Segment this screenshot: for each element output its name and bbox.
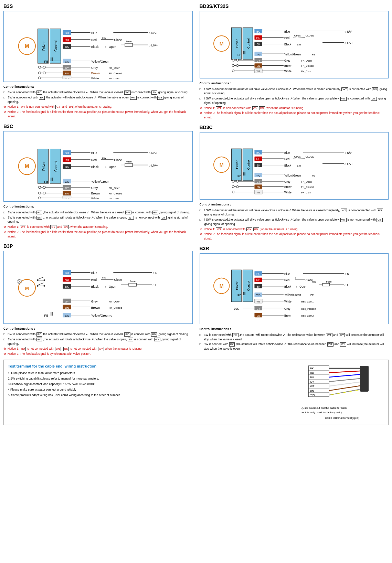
- svg-text:FK_Open: FK_Open: [109, 66, 120, 70]
- svg-text:Res_Com2: Res_Com2: [301, 314, 314, 317]
- svg-text:RD: RD: [65, 278, 69, 282]
- b3p-instruction-1: SW is connected with RD,the actuator wil…: [3, 332, 193, 337]
- svg-rect-360: [360, 366, 369, 392]
- bottom-instruction-1: 1. Fuse:please refer to manual for more …: [8, 370, 295, 376]
- b3s-svg: M Driver Control BU Blue ○ N/V-: [6, 13, 190, 79]
- svg-point-106: [43, 192, 45, 194]
- b3r-svg: M Driver Control BU Blue ○ N RD: [202, 256, 386, 321]
- bottom-instruction-5: 5. Some products adopt wiring box ,user …: [8, 392, 295, 398]
- svg-text:Blue: Blue: [284, 273, 290, 276]
- svg-text:Control: Control: [54, 160, 58, 171]
- svg-point-98: [43, 186, 45, 188]
- svg-text:White: White: [91, 77, 99, 79]
- svg-text:WT: WT: [310, 385, 315, 388]
- bd3c-diagram: M Driver Control BU Blue ○ N/V- RD Red O…: [200, 132, 389, 200]
- cable-note-2: as it is only used for factory test.): [301, 411, 384, 415]
- svg-text:BN: BN: [256, 314, 260, 317]
- bd3s-instructions: Control instructions： If SW is disconnec…: [200, 81, 389, 120]
- svg-text:Blue: Blue: [91, 151, 97, 155]
- svg-text:SW: SW: [312, 280, 316, 284]
- svg-text:BU: BU: [65, 31, 69, 35]
- svg-point-277: [232, 191, 234, 193]
- b3c-instructions-title: Control instructions:: [3, 204, 193, 209]
- cable-note-1: (User could cut out the cable terminal: [301, 406, 384, 411]
- svg-text:RD: RD: [256, 36, 260, 40]
- svg-text:OPEN: OPEN: [294, 155, 301, 158]
- svg-text:Grey: Grey: [284, 180, 290, 183]
- bd3s-instructions-title: Control instructions：: [200, 81, 389, 86]
- svg-text:Fuse: Fuse: [326, 280, 331, 283]
- svg-text:Brown: Brown: [284, 314, 292, 317]
- svg-text:Y/G: Y/G: [256, 174, 261, 177]
- svg-text:SW: SW: [297, 43, 301, 46]
- svg-text:BK: BK: [310, 367, 314, 370]
- b3r-instructions-title: Control instructions：: [200, 327, 389, 332]
- svg-text:WT: WT: [256, 70, 261, 73]
- svg-text:Grey: Grey: [91, 300, 98, 303]
- svg-text:Y/G: Y/G: [65, 60, 69, 63]
- svg-text:○ L/V+: ○ L/V+: [344, 42, 353, 45]
- svg-text:RD: RD: [310, 371, 314, 374]
- svg-text:○: ○: [296, 285, 297, 288]
- svg-text:Yellow/Green: Yellow/Green: [284, 53, 301, 56]
- svg-text:PE: PE: [44, 180, 49, 183]
- b3r-instruction-1: SW is connected with RD ,the actuator wi…: [200, 333, 389, 342]
- bd3s-instruction-2: If SW is connected,the actuator will dri…: [200, 96, 389, 105]
- svg-text:SW: SW: [102, 36, 106, 39]
- svg-text:10K: 10K: [234, 307, 239, 310]
- svg-text:Brown: Brown: [91, 192, 100, 195]
- bd3c-notice-2: Notice 2:The feedback signal is a little…: [200, 232, 389, 241]
- b3c-instruction-2: SW is connected with BK ,the actuator wi…: [3, 215, 193, 224]
- svg-text:Black: Black: [91, 45, 99, 49]
- b3p-notice-2: Notice 2: The feedback signal is synchro…: [3, 352, 193, 356]
- svg-text:Control: Control: [247, 39, 250, 49]
- b3c-notice-1: Notice 1: WT is connected with GY and BN…: [3, 225, 193, 229]
- b3c-svg: M Driver Control BU Blue ○ N/V- RD: [6, 134, 190, 199]
- svg-text:RD: RD: [65, 158, 69, 162]
- svg-rect-19: [125, 43, 133, 46]
- svg-text:Yellow/Green: Yellow/Green: [91, 60, 109, 63]
- svg-text:○ L/V+: ○ L/V+: [149, 44, 158, 47]
- svg-text:○ N: ○ N: [344, 273, 349, 276]
- svg-text:○: ○: [105, 286, 107, 289]
- svg-text:○ L/V+: ○ L/V+: [344, 163, 353, 166]
- svg-text:|||: |||: [50, 57, 53, 61]
- svg-text:WT: WT: [256, 300, 261, 303]
- svg-text:FK_Closed: FK_Closed: [109, 72, 122, 75]
- svg-text:Black: Black: [284, 43, 291, 46]
- bd3s-section: BD3S/KT32S M Driver Control BU Blue ○ N/…: [200, 3, 389, 120]
- bd3s-svg: M Driver Control BU Blue ○ N/V- RD: [202, 13, 386, 75]
- svg-text:Fuse: Fuse: [126, 160, 131, 163]
- svg-text:BK: BK: [65, 45, 69, 49]
- svg-text:GY: GY: [65, 300, 69, 303]
- svg-text:BU: BU: [256, 30, 260, 33]
- svg-text:|||: |||: [50, 312, 53, 316]
- svg-point-46: [39, 72, 41, 74]
- svg-line-128: [38, 283, 44, 285]
- b3p-diagram: M ⚙ RD Red: [3, 251, 193, 323]
- svg-text:PE: PE: [44, 314, 49, 317]
- b3r-title: B3R: [200, 246, 389, 251]
- svg-text:○: ○: [105, 45, 107, 49]
- svg-text:SW: SW: [102, 276, 106, 279]
- bd3c-instructions: Control instructions： If SW is disconnec…: [200, 202, 389, 241]
- svg-text:Open: Open: [109, 285, 116, 289]
- svg-point-105: [39, 192, 41, 194]
- b3s-instructions-title: Control instructions:: [3, 85, 193, 89]
- svg-text:CLOSE: CLOSE: [305, 34, 314, 37]
- svg-text:OPEN: OPEN: [294, 34, 301, 37]
- svg-text:M: M: [219, 162, 223, 168]
- b3p-notice-1: Notice 1: RD is not connected with BN , …: [3, 347, 193, 351]
- svg-text:Driver: Driver: [235, 282, 239, 290]
- bd3c-instructions-title: Control instructions：: [200, 202, 389, 207]
- svg-text:Driver: Driver: [235, 39, 239, 48]
- svg-text:Red: Red: [91, 158, 97, 162]
- svg-text:Res_Position: Res_Position: [301, 307, 316, 310]
- b3p-svg: M ⚙ RD Red: [6, 253, 190, 320]
- svg-point-261: [232, 180, 234, 182]
- svg-line-354: [329, 374, 360, 377]
- svg-point-221: [232, 70, 234, 72]
- svg-point-213: [232, 64, 234, 66]
- svg-text:Open: Open: [109, 45, 116, 49]
- svg-text:Brown: Brown: [284, 185, 292, 189]
